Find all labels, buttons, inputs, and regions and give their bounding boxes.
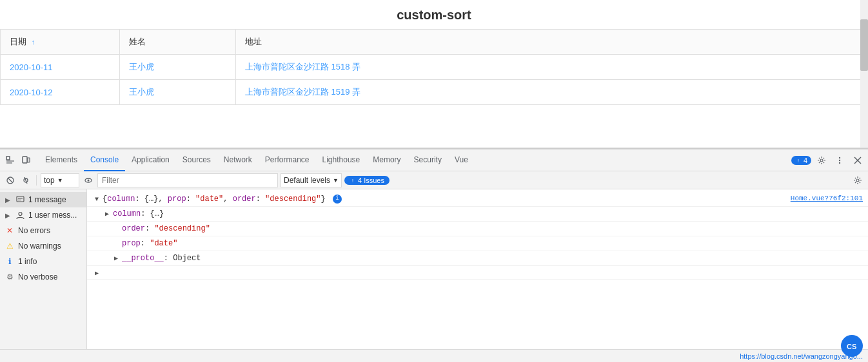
context-selector[interactable]: top ▼	[41, 173, 79, 187]
sort-arrow: ↑	[32, 38, 35, 46]
issues-badge[interactable]: ! 4 Issues	[344, 176, 390, 185]
console-content-5: __proto__: Object	[121, 252, 863, 264]
console-line-1: ▼ {column: {…}, prop: "date", order: "de…	[87, 192, 868, 207]
sidebar-label-warnings: No warnings	[18, 242, 61, 251]
more-options-icon[interactable]	[832, 153, 847, 168]
sidebar-item-verbose[interactable]: ⚙ No verbose	[0, 269, 86, 285]
filter-icon[interactable]	[19, 174, 32, 187]
svg-point-9	[839, 159, 840, 160]
svg-rect-0	[6, 157, 10, 160]
svg-point-18	[88, 179, 90, 181]
settings-icon[interactable]	[814, 153, 829, 168]
svg-line-14	[8, 178, 12, 182]
console-line-5: ▶ __proto__: Object	[87, 251, 868, 266]
table-row: 2020-10-12 王小虎 上海市普陀区金沙江路 1519 弄	[1, 80, 868, 105]
console-content-3: order: "descending"	[121, 223, 863, 234]
filter-input[interactable]	[97, 173, 278, 187]
tab-application[interactable]: Application	[125, 149, 176, 171]
issues-tab-badge[interactable]: ! 4	[791, 156, 811, 165]
svg-text:!: !	[798, 158, 799, 163]
table-header-row: 日期 ↑ 姓名 地址	[1, 30, 868, 55]
expand-arrow-6[interactable]: ▶	[92, 269, 101, 278]
tab-lighthouse[interactable]: Lighthouse	[316, 149, 367, 171]
devtools-tab-bar: Elements Console Application Sources Net…	[0, 149, 868, 171]
console-toolbar: top ▼ Default levels ▼ ! 4 Issues	[0, 171, 868, 189]
sidebar-chevron: ▶	[5, 196, 10, 204]
console-output[interactable]: ▼ {column: {…}, prop: "date", order: "de…	[87, 189, 868, 349]
cell-name-2: 王小虎	[120, 80, 236, 105]
warning-icon: ⚠	[5, 242, 14, 251]
console-line-3: ▶ order: "descending"	[87, 222, 868, 236]
svg-point-10	[839, 162, 840, 163]
levels-chevron: ▼	[333, 177, 339, 184]
page-title: custom-sort	[0, 0, 868, 29]
message-icon	[15, 195, 25, 204]
console-content-1: {column: {…}, prop: "date", order: "desc…	[101, 193, 785, 205]
error-icon: ✕	[5, 226, 14, 235]
table-row: 2020-10-11 王小虎 上海市普陀区金沙江路 1518 弄	[1, 55, 868, 80]
eye-icon[interactable]	[82, 174, 95, 187]
svg-point-7	[820, 159, 823, 162]
header-name: 姓名	[120, 30, 236, 55]
sidebar-item-warnings[interactable]: ⚠ No warnings	[0, 238, 86, 254]
page-scrollbar[interactable]	[860, 0, 868, 148]
devtools-statusbar: https://blog.csdn.net/wangzongyang0...	[0, 349, 868, 362]
tab-network[interactable]: Network	[217, 149, 259, 171]
clear-console-icon[interactable]	[4, 174, 17, 187]
sidebar-item-info[interactable]: ℹ 1 info	[0, 254, 86, 269]
info-bubble: i	[333, 195, 342, 204]
svg-rect-4	[28, 158, 30, 162]
expand-arrow-1[interactable]: ▼	[92, 195, 101, 204]
tab-elements[interactable]: Elements	[39, 149, 84, 171]
sidebar-label-verbose: No verbose	[18, 272, 57, 281]
data-table: 日期 ↑ 姓名 地址 2020-10-11 王小虎 上海市普陀区金沙江路 151…	[0, 29, 868, 105]
console-content-4: prop: "date"	[121, 238, 863, 249]
sidebar-item-messages[interactable]: ▶ 1 message	[0, 192, 86, 207]
inspect-element-icon[interactable]	[3, 153, 18, 168]
header-date[interactable]: 日期 ↑	[1, 30, 120, 55]
sidebar-label-errors: No errors	[18, 226, 50, 235]
sidebar-item-user-messages[interactable]: ▶ 1 user mess...	[0, 207, 86, 223]
tab-security[interactable]: Security	[408, 149, 448, 171]
sidebar-label-info: 1 info	[18, 257, 37, 266]
cell-address-2: 上海市普陀区金沙江路 1519 弄	[236, 80, 868, 105]
svg-text:!: !	[352, 178, 353, 183]
levels-selector[interactable]: Default levels ▼	[281, 173, 342, 187]
tab-performance[interactable]: Performance	[259, 149, 316, 171]
cell-address-1: 上海市普陀区金沙江路 1518 弄	[236, 55, 868, 80]
context-chevron: ▼	[57, 177, 63, 184]
tab-console[interactable]: Console	[84, 149, 125, 171]
source-link[interactable]: Home.vue?76f2:101	[785, 193, 863, 204]
console-line-2: ▶ column: {…}	[87, 207, 868, 222]
verbose-icon: ⚙	[5, 272, 14, 281]
scrollbar-thumb[interactable]	[860, 19, 868, 71]
tab-actions: ! 4	[791, 153, 865, 168]
page-area: custom-sort 日期 ↑ 姓名 地址 2020-10-11 王小虎 上海…	[0, 0, 868, 148]
svg-rect-3	[23, 157, 27, 163]
expand-arrow-5[interactable]: ▶	[112, 254, 121, 263]
sidebar-item-errors[interactable]: ✕ No errors	[0, 223, 86, 238]
table-wrapper: 日期 ↑ 姓名 地址 2020-10-11 王小虎 上海市普陀区金沙江路 151…	[0, 29, 868, 105]
cell-date-2: 2020-10-12	[1, 80, 120, 105]
console-line-4: ▶ prop: "date"	[87, 236, 868, 251]
device-toolbar-icon[interactable]	[18, 153, 34, 168]
cell-date-1: 2020-10-11	[1, 55, 120, 80]
settings-gear-icon[interactable]	[851, 174, 864, 187]
svg-point-25	[19, 212, 22, 215]
devtools-body: ▶ 1 message ▶ 1 user mess... ✕ No errors…	[0, 189, 868, 349]
tab-vue[interactable]: Vue	[448, 149, 475, 171]
svg-text:CS: CS	[847, 343, 856, 350]
user-icon	[15, 211, 25, 220]
console-sidebar: ▶ 1 message ▶ 1 user mess... ✕ No errors…	[0, 189, 87, 349]
header-address: 地址	[236, 30, 868, 55]
close-devtools-icon[interactable]	[850, 153, 865, 168]
sidebar-label-user: 1 user mess...	[28, 211, 77, 220]
expand-arrow-2[interactable]: ▶	[103, 209, 112, 218]
tab-memory[interactable]: Memory	[366, 149, 407, 171]
tab-sources[interactable]: Sources	[176, 149, 217, 171]
svg-point-21	[856, 179, 859, 182]
devtools-tab-icons	[3, 153, 34, 168]
sidebar-label-messages: 1 message	[28, 195, 66, 204]
svg-point-8	[839, 157, 840, 158]
info-icon-sidebar: ℹ	[5, 257, 14, 266]
